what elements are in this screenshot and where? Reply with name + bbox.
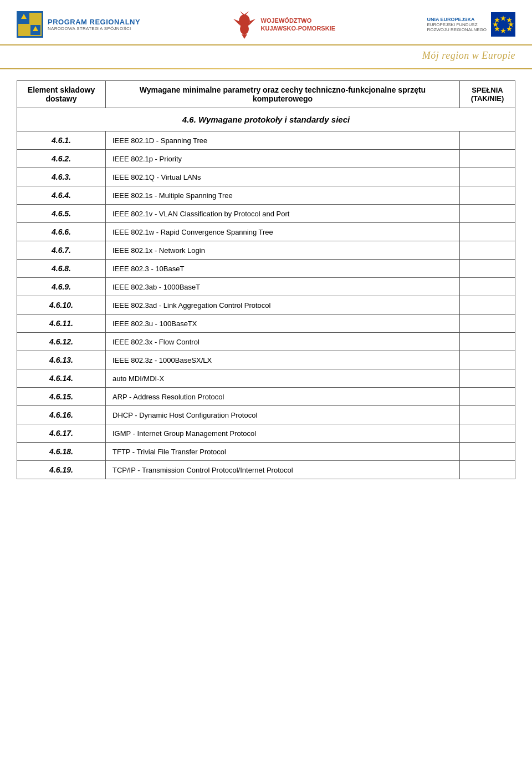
item-number: 4.6.9.	[17, 278, 106, 296]
item-description: IEEE 802.3ab - 1000BaseT	[106, 278, 460, 296]
item-number: 4.6.12.	[17, 333, 106, 351]
item-description: auto MDI/MDI-X	[106, 369, 460, 388]
table-row: 4.6.10.IEEE 802.3ad - Link Aggregation C…	[17, 296, 515, 315]
item-status	[460, 223, 515, 241]
pr-text: PROGRAM REGIONALNY NARODOWA STRATEGIA SP…	[48, 18, 140, 31]
item-number: 4.6.5.	[17, 205, 106, 223]
table-row: 4.6.1.IEEE 802.1D - Spanning Tree	[17, 131, 515, 150]
item-description: ARP - Address Resolution Protocol	[106, 388, 460, 406]
ue-logo: UNIA EUROPEJSKA EUROPEJSKI FUNDUSZ ROZWO…	[427, 12, 515, 37]
item-status	[460, 424, 515, 443]
item-number: 4.6.8.	[17, 260, 106, 278]
table-row: 4.6.17.IGMP - Internet Group Management …	[17, 424, 515, 443]
item-status	[460, 131, 515, 150]
table-row: 4.6.19.TCP/IP - Transmission Control Pro…	[17, 461, 515, 479]
pr-subtitle: NARODOWA STRATEGIA SPÓJNOŚCI	[48, 26, 140, 31]
item-status	[460, 260, 515, 278]
item-number: 4.6.16.	[17, 406, 106, 424]
program-regionalny-logo: PROGRAM REGIONALNY NARODOWA STRATEGIA SP…	[17, 11, 140, 38]
col-params-header: Wymagane minimalne parametry oraz cechy …	[106, 81, 460, 108]
item-description: IEEE 802.3 - 10BaseT	[106, 260, 460, 278]
item-description: IEEE 802.1Q - Virtual LANs	[106, 168, 460, 186]
section-header-row: 4.6. Wymagane protokoły i standardy siec…	[17, 108, 515, 131]
svg-marker-11	[242, 34, 247, 39]
item-status	[460, 315, 515, 333]
table-row: 4.6.15.ARP - Address Resolution Protocol	[17, 388, 515, 406]
col-element-header: Element składowy dostawy	[17, 81, 106, 108]
specs-table: Element składowy dostawy Wymagane minima…	[17, 80, 515, 479]
item-status	[460, 205, 515, 223]
item-description: IEEE 802.1v - VLAN Classification by Pro…	[106, 205, 460, 223]
woj-line2: KUJAWSKO-POMORSKIE	[261, 24, 335, 32]
item-description: TFTP - Trivial File Transfer Protocol	[106, 443, 460, 461]
gold-divider	[0, 68, 532, 69]
table-row: 4.6.18.TFTP - Trivial File Transfer Prot…	[17, 443, 515, 461]
table-row: 4.6.12.IEEE 802.3x - Flow Control	[17, 333, 515, 351]
item-description: DHCP - Dynamic Host Configuration Protoc…	[106, 406, 460, 424]
item-description: IEEE 802.1D - Spanning Tree	[106, 131, 460, 150]
item-status	[460, 369, 515, 388]
item-number: 4.6.10.	[17, 296, 106, 315]
pr-icon	[17, 11, 43, 38]
table-row: 4.6.5.IEEE 802.1v - VLAN Classification …	[17, 205, 515, 223]
item-status	[460, 351, 515, 369]
item-number: 4.6.7.	[17, 241, 106, 260]
ue-text: UNIA EUROPEJSKA EUROPEJSKI FUNDUSZ ROZWO…	[427, 17, 487, 32]
item-number: 4.6.2.	[17, 150, 106, 168]
table-row: 4.6.6.IEEE 802.1w - Rapid Convergence Sp…	[17, 223, 515, 241]
wojew-logo: WOJEWÓDZTWO KUJAWSKO-POMORSKIE	[232, 10, 335, 39]
table-row: 4.6.8.IEEE 802.3 - 10BaseT	[17, 260, 515, 278]
table-row: 4.6.9.IEEE 802.3ab - 1000BaseT	[17, 278, 515, 296]
main-content: Element składowy dostawy Wymagane minima…	[0, 80, 532, 496]
page-header: PROGRAM REGIONALNY NARODOWA STRATEGIA SP…	[0, 0, 532, 45]
item-number: 4.6.19.	[17, 461, 106, 479]
eagle-icon	[232, 10, 257, 39]
table-header-row: Element składowy dostawy Wymagane minima…	[17, 81, 515, 108]
woj-text: WOJEWÓDZTWO KUJAWSKO-POMORSKIE	[261, 17, 335, 33]
ue-line3: ROZWOJU REGIONALNEGO	[427, 27, 487, 32]
item-description: IEEE 802.3x - Flow Control	[106, 333, 460, 351]
item-number: 4.6.13.	[17, 351, 106, 369]
item-description: IEEE 802.1w - Rapid Convergence Spanning…	[106, 223, 460, 241]
item-number: 4.6.4.	[17, 186, 106, 205]
table-row: 4.6.16.DHCP - Dynamic Host Configuration…	[17, 406, 515, 424]
ue-line2: EUROPEJSKI FUNDUSZ	[427, 22, 487, 27]
item-number: 4.6.11.	[17, 315, 106, 333]
table-row: 4.6.11.IEEE 802.3u - 100BaseTX	[17, 315, 515, 333]
item-status	[460, 150, 515, 168]
table-row: 4.6.4.IEEE 802.1s - Multiple Spanning Tr…	[17, 186, 515, 205]
col-status-header: SPEŁNIA (TAK/NIE)	[460, 81, 515, 108]
item-number: 4.6.14.	[17, 369, 106, 388]
ue-title: UNIA EUROPEJSKA	[427, 17, 487, 22]
tagline: Mój region w Europie	[0, 45, 532, 68]
item-status	[460, 461, 515, 479]
item-description: IEEE 802.1p - Priority	[106, 150, 460, 168]
table-row: 4.6.2.IEEE 802.1p - Priority	[17, 150, 515, 168]
item-status	[460, 406, 515, 424]
section-title-cell: 4.6. Wymagane protokoły i standardy siec…	[17, 108, 515, 131]
item-status	[460, 296, 515, 315]
item-description: IEEE 802.3ad - Link Aggregation Control …	[106, 296, 460, 315]
item-description: TCP/IP - Transmission Control Protocol/I…	[106, 461, 460, 479]
item-status	[460, 333, 515, 351]
item-description: IEEE 802.1x - Network Login	[106, 241, 460, 260]
table-row: 4.6.7.IEEE 802.1x - Network Login	[17, 241, 515, 260]
item-description: IGMP - Internet Group Management Protoco…	[106, 424, 460, 443]
item-status	[460, 241, 515, 260]
item-number: 4.6.17.	[17, 424, 106, 443]
item-number: 4.6.18.	[17, 443, 106, 461]
eu-flag-icon	[491, 12, 515, 37]
item-number: 4.6.1.	[17, 131, 106, 150]
item-status	[460, 186, 515, 205]
item-description: IEEE 802.1s - Multiple Spanning Tree	[106, 186, 460, 205]
item-number: 4.6.6.	[17, 223, 106, 241]
svg-point-10	[240, 23, 249, 34]
item-status	[460, 388, 515, 406]
table-row: 4.6.3.IEEE 802.1Q - Virtual LANs	[17, 168, 515, 186]
pr-title: PROGRAM REGIONALNY	[48, 18, 140, 26]
item-description: IEEE 802.3z - 1000BaseSX/LX	[106, 351, 460, 369]
item-description: IEEE 802.3u - 100BaseTX	[106, 315, 460, 333]
item-status	[460, 443, 515, 461]
item-status	[460, 168, 515, 186]
item-number: 4.6.15.	[17, 388, 106, 406]
